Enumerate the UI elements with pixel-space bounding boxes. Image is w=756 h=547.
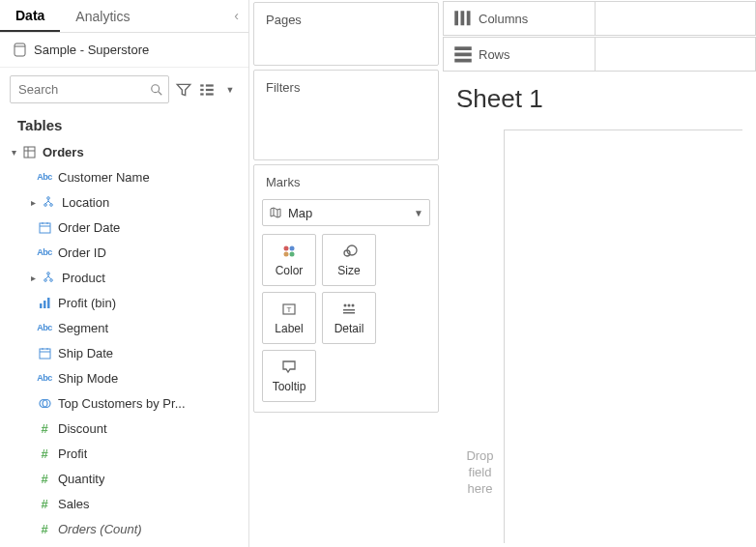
data-source[interactable]: Sample - Superstore [0, 33, 248, 68]
field-label: Segment [54, 321, 108, 335]
number-icon: # [35, 522, 54, 536]
field-profit-bin[interactable]: Profit (bin) [0, 290, 248, 315]
marks-size-label: Size [337, 264, 360, 277]
svg-rect-25 [47, 298, 50, 308]
field-label: Top Customers by Pr... [54, 396, 186, 411]
data-pane: Data Analytics ‹ Sample - Superstore ▼ T… [0, 0, 249, 547]
filter-icon[interactable] [175, 81, 192, 99]
rows-dropzone[interactable] [595, 38, 755, 71]
field-label: Profit (bin) [54, 296, 116, 310]
svg-point-20 [46, 272, 49, 274]
string-icon: Abc [35, 247, 54, 257]
marks-label-label: Label [275, 322, 303, 335]
search-icon [150, 83, 163, 97]
svg-point-42 [352, 304, 355, 307]
rows-shelf[interactable]: Rows [443, 37, 756, 72]
svg-point-40 [344, 304, 347, 307]
table-icon [19, 146, 39, 158]
tab-data[interactable]: Data [0, 0, 60, 32]
field-top-customers[interactable]: Top Customers by Pr... [0, 390, 248, 416]
marks-buttons: Color Size TLabel Detail Tooltip [254, 234, 438, 412]
marks-tooltip-button[interactable]: Tooltip [262, 350, 316, 402]
pages-card[interactable]: Pages [253, 2, 439, 66]
marks-type-select[interactable]: Map ▼ [262, 199, 430, 226]
string-icon: Abc [35, 323, 54, 332]
field-location[interactable]: ▸Location [0, 189, 248, 215]
marks-tooltip-label: Tooltip [273, 380, 306, 393]
svg-text:T: T [287, 305, 292, 314]
svg-rect-0 [15, 43, 25, 56]
svg-point-33 [290, 246, 295, 251]
field-quantity[interactable]: #Quantity [0, 466, 248, 491]
columns-shelf[interactable]: Columns [443, 1, 756, 36]
string-icon: Abc [35, 373, 54, 383]
caret-right-icon: ▸ [27, 273, 39, 283]
dropdown-icon[interactable]: ▼ [221, 81, 239, 99]
field-label: Ship Mode [54, 371, 118, 386]
number-icon: # [35, 497, 54, 511]
sheet-title[interactable]: Sheet 1 [456, 84, 742, 114]
svg-point-21 [44, 278, 46, 281]
svg-rect-7 [206, 84, 214, 86]
shelves: Columns Rows [443, 0, 756, 72]
svg-point-13 [46, 196, 49, 199]
svg-rect-24 [44, 301, 46, 308]
svg-point-32 [284, 246, 289, 251]
svg-line-3 [159, 91, 162, 95]
collapse-icon[interactable]: ‹ [224, 0, 248, 32]
filters-header: Filters [254, 71, 438, 104]
svg-point-14 [44, 203, 46, 206]
marks-color-button[interactable]: Color [262, 234, 316, 286]
hierarchy-icon [39, 272, 58, 284]
field-discount[interactable]: #Discount [0, 416, 248, 441]
field-sales[interactable]: #Sales [0, 491, 248, 516]
field-orders-count[interactable]: #Orders (Count) [0, 516, 248, 541]
sheet-area: Sheet 1 Drop field here [443, 72, 756, 547]
row-drop-hint[interactable]: Drop field here [456, 130, 505, 543]
svg-rect-5 [200, 88, 203, 90]
side-tabs: Data Analytics ‹ [0, 0, 248, 33]
marks-size-button[interactable]: Size [322, 234, 376, 286]
search-field[interactable] [10, 75, 169, 103]
svg-rect-50 [454, 59, 472, 63]
field-order-id[interactable]: AbcOrder ID [0, 240, 248, 265]
field-label: Order Date [54, 220, 120, 235]
number-icon: # [35, 421, 54, 436]
marks-detail-label: Detail [334, 322, 364, 335]
number-icon: # [35, 446, 54, 461]
tab-analytics[interactable]: Analytics [60, 0, 224, 32]
label-icon: T [280, 301, 298, 318]
marks-header: Marks [254, 165, 438, 199]
field-product[interactable]: ▸Product [0, 265, 248, 290]
field-label: Location [58, 195, 109, 210]
caret-down-icon: ▾ [8, 147, 19, 158]
field-order-date[interactable]: Order Date [0, 215, 248, 240]
field-segment[interactable]: AbcSegment [0, 315, 248, 340]
svg-rect-16 [40, 223, 50, 233]
cards-column: Pages Filters Marks Map ▼ Color Size TLa… [249, 0, 443, 547]
field-profit[interactable]: #Profit [0, 441, 248, 466]
date-icon [35, 221, 54, 234]
database-icon [14, 43, 26, 57]
view-list-icon[interactable] [198, 81, 216, 99]
main-drop-area[interactable] [505, 130, 742, 543]
field-label: Profit [54, 446, 87, 461]
field-ship-mode[interactable]: AbcShip Mode [0, 365, 248, 390]
fields-tree: ▾ Orders AbcCustomer Name ▸Location Orde… [0, 139, 248, 547]
table-orders[interactable]: ▾ Orders [0, 139, 248, 164]
rows-label: Rows [479, 47, 595, 62]
svg-rect-23 [40, 303, 43, 308]
field-customer-name[interactable]: AbcCustomer Name [0, 164, 248, 189]
sheet-canvas[interactable]: Drop field here [456, 130, 742, 543]
columns-dropzone[interactable] [595, 2, 755, 35]
svg-rect-9 [206, 93, 214, 95]
svg-rect-47 [467, 12, 471, 26]
map-icon [269, 206, 282, 219]
detail-icon [340, 301, 358, 318]
search-input[interactable] [10, 75, 169, 103]
field-ship-date[interactable]: Ship Date [0, 340, 248, 365]
columns-label: Columns [479, 12, 595, 26]
marks-detail-button[interactable]: Detail [322, 292, 376, 344]
marks-label-button[interactable]: TLabel [262, 292, 316, 344]
filters-card[interactable]: Filters [253, 70, 439, 160]
